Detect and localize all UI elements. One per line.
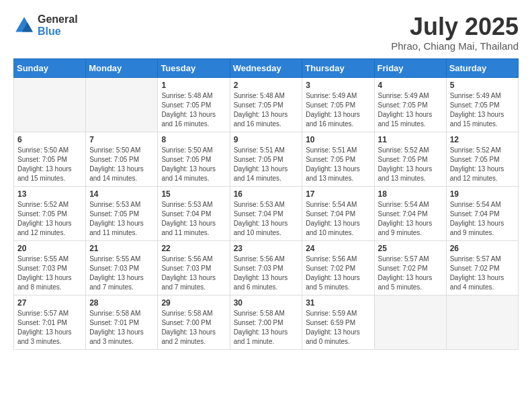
calendar-cell: 1Sunrise: 5:48 AM Sunset: 7:05 PM Daylig… <box>158 77 230 132</box>
calendar-cell: 9Sunrise: 5:51 AM Sunset: 7:05 PM Daylig… <box>230 132 302 186</box>
calendar-week-row: 20Sunrise: 5:55 AM Sunset: 7:03 PM Dayli… <box>14 240 519 295</box>
day-number: 1 <box>161 81 226 90</box>
calendar-cell: 11Sunrise: 5:52 AM Sunset: 7:05 PM Dayli… <box>374 132 446 186</box>
cell-info: Sunrise: 5:51 AM Sunset: 7:05 PM Dayligh… <box>306 146 370 183</box>
cell-info: Sunrise: 5:48 AM Sunset: 7:05 PM Dayligh… <box>161 91 226 129</box>
day-number: 4 <box>378 81 443 90</box>
calendar-cell: 26Sunrise: 5:57 AM Sunset: 7:02 PM Dayli… <box>446 240 518 295</box>
calendar-cell: 14Sunrise: 5:53 AM Sunset: 7:05 PM Dayli… <box>86 186 158 240</box>
cell-info: Sunrise: 5:58 AM Sunset: 7:01 PM Dayligh… <box>89 309 154 347</box>
calendar-cell: 23Sunrise: 5:56 AM Sunset: 7:03 PM Dayli… <box>230 240 302 295</box>
calendar-cell: 13Sunrise: 5:52 AM Sunset: 7:05 PM Dayli… <box>14 186 86 240</box>
calendar-cell: 12Sunrise: 5:52 AM Sunset: 7:05 PM Dayli… <box>446 132 518 186</box>
logo-icon <box>13 15 35 36</box>
calendar-week-row: 6Sunrise: 5:50 AM Sunset: 7:05 PM Daylig… <box>14 132 519 186</box>
cell-info: Sunrise: 5:53 AM Sunset: 7:04 PM Dayligh… <box>161 200 226 238</box>
day-number: 20 <box>17 244 82 253</box>
cell-info: Sunrise: 5:57 AM Sunset: 7:02 PM Dayligh… <box>378 255 443 292</box>
calendar-cell: 7Sunrise: 5:50 AM Sunset: 7:05 PM Daylig… <box>86 132 158 186</box>
day-number: 2 <box>234 81 299 90</box>
day-number: 21 <box>89 244 154 253</box>
calendar-cell: 4Sunrise: 5:49 AM Sunset: 7:05 PM Daylig… <box>374 77 446 132</box>
cell-info: Sunrise: 5:48 AM Sunset: 7:05 PM Dayligh… <box>234 91 299 129</box>
day-number: 11 <box>378 135 443 144</box>
day-number: 5 <box>450 81 515 90</box>
day-number: 22 <box>161 244 226 253</box>
calendar-cell: 5Sunrise: 5:49 AM Sunset: 7:05 PM Daylig… <box>446 77 518 132</box>
day-number: 27 <box>17 298 82 308</box>
calendar-cell: 31Sunrise: 5:59 AM Sunset: 6:59 PM Dayli… <box>302 295 374 349</box>
cell-info: Sunrise: 5:49 AM Sunset: 7:05 PM Dayligh… <box>306 91 370 129</box>
calendar-cell: 18Sunrise: 5:54 AM Sunset: 7:04 PM Dayli… <box>374 186 446 240</box>
calendar-cell: 20Sunrise: 5:55 AM Sunset: 7:03 PM Dayli… <box>14 240 86 295</box>
calendar-day-header: Friday <box>374 58 446 77</box>
calendar-day-header: Thursday <box>302 58 374 77</box>
calendar-header-row: SundayMondayTuesdayWednesdayThursdayFrid… <box>14 58 519 77</box>
cell-info: Sunrise: 5:55 AM Sunset: 7:03 PM Dayligh… <box>17 255 82 292</box>
calendar-cell <box>374 295 446 349</box>
calendar-table: SundayMondayTuesdayWednesdayThursdayFrid… <box>13 58 519 350</box>
day-number: 26 <box>450 244 515 253</box>
calendar-cell: 15Sunrise: 5:53 AM Sunset: 7:04 PM Dayli… <box>158 186 230 240</box>
cell-info: Sunrise: 5:49 AM Sunset: 7:05 PM Dayligh… <box>378 91 443 129</box>
cell-info: Sunrise: 5:54 AM Sunset: 7:04 PM Dayligh… <box>306 200 370 238</box>
calendar-cell: 8Sunrise: 5:50 AM Sunset: 7:05 PM Daylig… <box>158 132 230 186</box>
calendar-cell: 24Sunrise: 5:56 AM Sunset: 7:02 PM Dayli… <box>302 240 374 295</box>
day-number: 15 <box>161 189 226 199</box>
cell-info: Sunrise: 5:57 AM Sunset: 7:01 PM Dayligh… <box>17 309 82 347</box>
day-number: 18 <box>378 189 443 199</box>
day-number: 23 <box>234 244 299 253</box>
calendar-day-header: Tuesday <box>158 58 230 77</box>
day-number: 19 <box>450 189 515 199</box>
cell-info: Sunrise: 5:52 AM Sunset: 7:05 PM Dayligh… <box>450 146 515 183</box>
day-number: 8 <box>161 135 226 144</box>
cell-info: Sunrise: 5:55 AM Sunset: 7:03 PM Dayligh… <box>89 255 154 292</box>
cell-info: Sunrise: 5:50 AM Sunset: 7:05 PM Dayligh… <box>161 146 226 183</box>
day-number: 25 <box>378 244 443 253</box>
day-number: 3 <box>306 81 370 90</box>
cell-info: Sunrise: 5:50 AM Sunset: 7:05 PM Dayligh… <box>89 146 154 183</box>
cell-info: Sunrise: 5:49 AM Sunset: 7:05 PM Dayligh… <box>450 91 515 129</box>
day-number: 9 <box>234 135 299 144</box>
title-block: July 2025 Phrao, Chiang Mai, Thailand <box>391 13 519 52</box>
logo: General Blue <box>13 13 78 38</box>
cell-info: Sunrise: 5:56 AM Sunset: 7:03 PM Dayligh… <box>234 255 299 292</box>
calendar-cell: 21Sunrise: 5:55 AM Sunset: 7:03 PM Dayli… <box>86 240 158 295</box>
calendar-day-header: Saturday <box>446 58 518 77</box>
cell-info: Sunrise: 5:58 AM Sunset: 7:00 PM Dayligh… <box>161 309 226 347</box>
cell-info: Sunrise: 5:51 AM Sunset: 7:05 PM Dayligh… <box>234 146 299 183</box>
day-number: 6 <box>17 135 82 144</box>
cell-info: Sunrise: 5:58 AM Sunset: 7:00 PM Dayligh… <box>234 309 299 347</box>
day-number: 7 <box>89 135 154 144</box>
calendar-day-header: Sunday <box>14 58 86 77</box>
day-number: 24 <box>306 244 370 253</box>
cell-info: Sunrise: 5:52 AM Sunset: 7:05 PM Dayligh… <box>17 200 82 238</box>
page-header: General Blue July 2025 Phrao, Chiang Mai… <box>13 13 519 52</box>
calendar-cell <box>86 77 158 132</box>
calendar-cell: 10Sunrise: 5:51 AM Sunset: 7:05 PM Dayli… <box>302 132 374 186</box>
calendar-cell: 29Sunrise: 5:58 AM Sunset: 7:00 PM Dayli… <box>158 295 230 349</box>
day-number: 29 <box>161 298 226 308</box>
location: Phrao, Chiang Mai, Thailand <box>391 40 519 52</box>
calendar-day-header: Wednesday <box>230 58 302 77</box>
calendar-week-row: 27Sunrise: 5:57 AM Sunset: 7:01 PM Dayli… <box>14 295 519 349</box>
day-number: 13 <box>17 189 82 199</box>
cell-info: Sunrise: 5:50 AM Sunset: 7:05 PM Dayligh… <box>17 146 82 183</box>
cell-info: Sunrise: 5:52 AM Sunset: 7:05 PM Dayligh… <box>378 146 443 183</box>
day-number: 14 <box>89 189 154 199</box>
day-number: 10 <box>306 135 370 144</box>
calendar-cell: 30Sunrise: 5:58 AM Sunset: 7:00 PM Dayli… <box>230 295 302 349</box>
cell-info: Sunrise: 5:59 AM Sunset: 6:59 PM Dayligh… <box>306 309 370 347</box>
cell-info: Sunrise: 5:53 AM Sunset: 7:05 PM Dayligh… <box>89 200 154 238</box>
calendar-cell <box>14 77 86 132</box>
calendar-cell <box>446 295 518 349</box>
cell-info: Sunrise: 5:56 AM Sunset: 7:02 PM Dayligh… <box>306 255 370 292</box>
cell-info: Sunrise: 5:56 AM Sunset: 7:03 PM Dayligh… <box>161 255 226 292</box>
cell-info: Sunrise: 5:57 AM Sunset: 7:02 PM Dayligh… <box>450 255 515 292</box>
day-number: 17 <box>306 189 370 199</box>
calendar-day-header: Monday <box>86 58 158 77</box>
day-number: 30 <box>234 298 299 308</box>
day-number: 12 <box>450 135 515 144</box>
cell-info: Sunrise: 5:54 AM Sunset: 7:04 PM Dayligh… <box>450 200 515 238</box>
calendar-week-row: 1Sunrise: 5:48 AM Sunset: 7:05 PM Daylig… <box>14 77 519 132</box>
